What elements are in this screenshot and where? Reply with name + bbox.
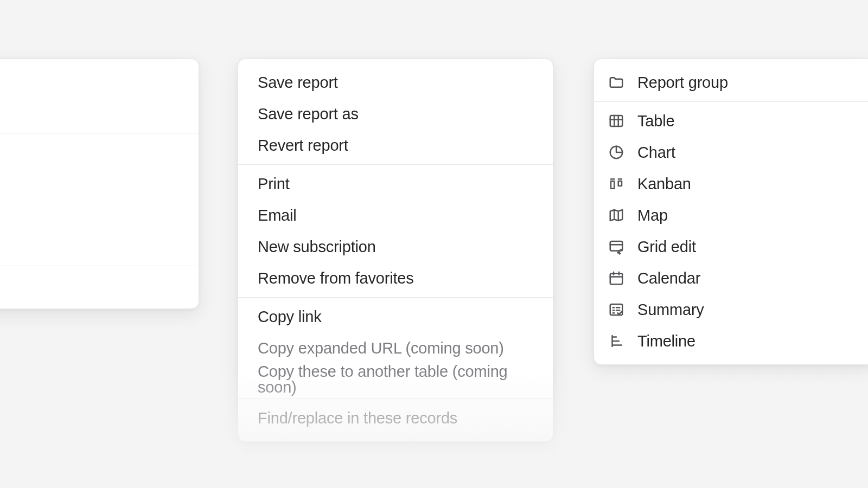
folder-icon	[607, 73, 626, 92]
calendar-report-item[interactable]: Calendar	[594, 262, 868, 294]
remove-from-favorites-item[interactable]: Remove from favorites	[238, 262, 553, 294]
map-icon	[607, 206, 626, 224]
save-report-item[interactable]: Save report	[238, 67, 553, 98]
move-to-item[interactable]: Move to...	[0, 231, 199, 262]
menu-item-label: Copy link	[258, 309, 321, 325]
report-settings-item[interactable]: Report settings	[0, 98, 199, 130]
report-group-item[interactable]: Report group	[594, 67, 868, 98]
menu-separator	[238, 297, 553, 298]
copy-expanded-url-item: Copy expanded URL (coming soon)	[238, 332, 553, 364]
delete-report-item[interactable]: Delete report	[0, 269, 199, 301]
rename-report-item[interactable]: Rename report	[0, 67, 199, 98]
menu-item-label: Save report	[258, 75, 338, 91]
svg-rect-3	[610, 273, 623, 284]
menu-item-label: Kanban	[637, 176, 691, 192]
table-icon	[607, 112, 626, 130]
summary-report-item[interactable]: Summary	[594, 294, 868, 325]
move-up-item[interactable]: Move up	[0, 168, 199, 200]
menu-item-label: Chart	[637, 145, 675, 160]
pie-chart-icon	[607, 143, 626, 162]
copy-link-item[interactable]: Copy link	[238, 301, 553, 332]
menu-item-label: Calendar	[637, 271, 700, 286]
menu-item-label: Print	[258, 176, 290, 192]
kanban-icon	[607, 175, 626, 193]
menu-item-label: Find/replace in these records	[258, 410, 457, 426]
menu-separator	[0, 133, 199, 133]
report-type-menu: Report group Table Chart Kanban Map Grid…	[593, 59, 868, 365]
calendar-icon	[607, 269, 626, 287]
menu-separator	[0, 266, 199, 266]
grid-edit-icon	[607, 237, 626, 256]
report-context-menu-center: Save report Save report as Revert report…	[238, 59, 553, 442]
menu-item-label: Save report as	[258, 106, 359, 122]
kanban-report-item[interactable]: Kanban	[594, 168, 868, 200]
new-subscription-item[interactable]: New subscription	[238, 231, 553, 262]
add-to-favorites-item[interactable]: Add to favorites	[0, 137, 199, 168]
move-down-item[interactable]: Move down	[0, 200, 199, 231]
menu-item-label: Timeline	[637, 333, 695, 349]
save-report-as-item[interactable]: Save report as	[238, 98, 553, 130]
menu-item-label: Revert report	[258, 138, 348, 153]
menu-item-label: New subscription	[258, 239, 376, 255]
menu-item-label: Grid edit	[637, 239, 696, 255]
menu-item-label: Copy these to another table (coming soon…	[258, 364, 533, 395]
menu-item-label: Map	[637, 208, 668, 223]
revert-report-item[interactable]: Revert report	[238, 130, 553, 161]
timeline-report-item[interactable]: Timeline	[594, 325, 868, 357]
menu-item-label: Email	[258, 208, 297, 223]
chart-report-item[interactable]: Chart	[594, 137, 868, 168]
find-replace-item: Find/replace in these records	[238, 402, 553, 434]
email-item[interactable]: Email	[238, 200, 553, 231]
svg-rect-0	[610, 115, 623, 126]
print-item[interactable]: Print	[238, 168, 553, 200]
menu-separator	[238, 399, 553, 399]
grid-edit-report-item[interactable]: Grid edit	[594, 231, 868, 262]
menu-item-label: Copy expanded URL (coming soon)	[258, 341, 504, 356]
menu-item-label: Report group	[637, 75, 728, 91]
timeline-icon	[607, 332, 626, 350]
menu-separator	[594, 101, 868, 102]
map-report-item[interactable]: Map	[594, 200, 868, 231]
menu-item-label: Table	[637, 113, 674, 129]
table-report-item[interactable]: Table	[594, 105, 868, 137]
menu-separator	[238, 164, 553, 165]
menu-item-label: Remove from favorites	[258, 271, 414, 286]
report-context-menu-left: Rename report Report settings Add to fav…	[0, 59, 199, 309]
menu-item-label: Summary	[637, 302, 704, 318]
summary-icon	[607, 300, 626, 319]
copy-to-table-item: Copy these to another table (coming soon…	[238, 364, 553, 395]
